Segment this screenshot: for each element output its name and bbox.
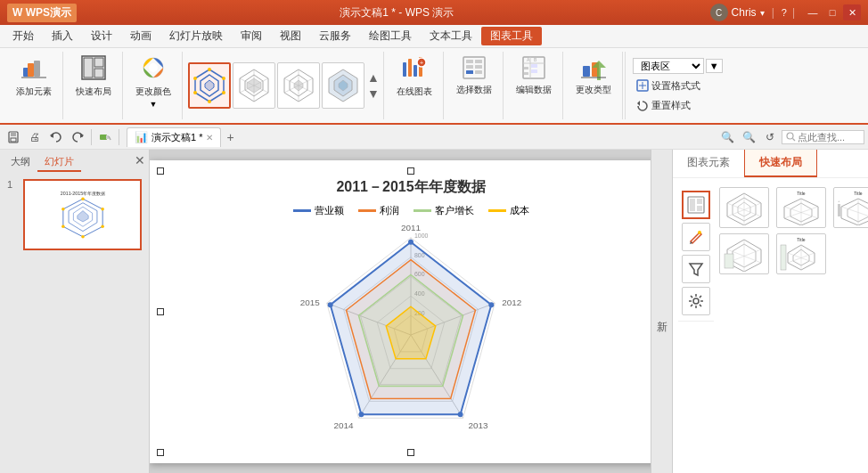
resize-handle-bm[interactable] [407,449,414,456]
user-dropdown-icon[interactable]: ▾ [760,8,765,18]
svg-line-73 [793,139,796,142]
doc-tab-1[interactable]: 📊 演示文稿1 * ✕ [127,127,221,147]
tab-add-btn[interactable]: + [221,130,239,144]
minimize-btn[interactable]: — [804,4,822,20]
add-element-icon [21,55,46,84]
search-input[interactable] [798,132,860,143]
chart-type-2[interactable] [233,62,275,109]
select-data-btn[interactable]: 选择数据 [453,53,495,98]
layout-item-2[interactable]: Title [776,187,826,228]
refresh-btn[interactable]: ↺ [760,127,780,147]
save-btn[interactable] [4,127,23,147]
doc-icon: 📊 [135,131,148,143]
slide-1-thumb[interactable]: 2011-2015年年度数据 [23,179,142,250]
svg-rect-36 [414,65,417,77]
layout-selector-icon[interactable] [682,191,710,219]
svg-marker-78 [77,211,87,222]
chart-type-3[interactable] [277,62,320,109]
redo-btn[interactable] [68,127,87,147]
svg-rect-46 [475,70,482,74]
maximize-btn[interactable]: □ [823,4,841,20]
set-format-btn[interactable]: 设置格式式 [633,78,742,94]
svg-point-15 [222,91,225,94]
resize-handle-tm[interactable] [407,167,414,175]
svg-text:2012: 2012 [502,298,522,307]
set-format-icon [636,79,649,92]
right-panel-tab-elements[interactable]: 图表元素 [673,150,744,177]
layout-item-3[interactable]: Title + [833,187,868,228]
avatar[interactable]: C [710,4,728,21]
menu-chart-tool[interactable]: 图表工具 [481,27,542,45]
layout-item-1[interactable] [719,187,769,228]
chart-area-expand[interactable]: ▼ [706,59,723,73]
svg-rect-45 [466,70,473,74]
svg-point-111 [458,412,463,417]
panel-close-btn[interactable]: ✕ [135,153,145,172]
zoom-in-btn[interactable]: 🔍 [739,127,758,147]
change-type-btn[interactable]: 更改类型 [572,53,615,98]
menu-text-tool[interactable]: 文本工具 [421,27,481,45]
chart-area-dropdown[interactable]: 图表区 [633,58,704,74]
layout-grid: Title Title + [717,185,868,276]
undo-btn[interactable] [46,127,66,147]
slide-1-num: 1 [7,179,20,250]
zoom-out-btn[interactable]: 🔍 [717,127,737,147]
menu-draw-tool[interactable]: 绘图工具 [360,27,421,45]
svg-text:2013: 2013 [469,420,489,430]
menu-design[interactable]: 设计 [82,27,121,45]
layout-item-4[interactable] [719,233,769,274]
quick-layout-btn[interactable]: 快速布局 [72,53,115,100]
menu-review[interactable]: 审阅 [232,27,271,45]
chart-type-selected[interactable] [188,62,231,109]
menu-slideshow[interactable]: 幻灯片放映 [160,27,232,45]
slide-canvas[interactable]: 2011－2015年年度数据 营业额 利润 客户增长 [150,160,672,463]
menu-cloud[interactable]: 云服务 [310,27,360,45]
svg-rect-56 [583,66,590,77]
legend-label-1: 营业额 [315,204,344,217]
filter-tool-btn[interactable] [682,255,710,283]
help-btn[interactable]: ? [782,7,787,18]
side-tools [678,185,714,322]
menu-start[interactable]: 开始 [4,27,43,45]
settings-tool-btn[interactable] [682,287,710,315]
online-chart-btn[interactable]: + 在线图表 [393,53,436,100]
ribbon-group-edit-data: A B 编辑数据 [505,52,563,119]
svg-rect-7 [94,69,103,77]
svg-point-112 [358,412,364,417]
print-btn[interactable]: 🖨 [25,127,45,147]
ribbon-group-online: + 在线图表 [386,52,444,119]
change-color-dropdown[interactable]: ▼ [150,100,158,109]
layout-item-5[interactable]: Title [776,233,826,274]
edit-data-btn[interactable]: A B 编辑数据 [512,53,555,98]
menu-insert[interactable]: 插入 [43,27,82,45]
legend-item-1: 营业额 [293,204,344,217]
menu-view[interactable]: 视图 [271,27,310,45]
svg-rect-6 [94,58,103,67]
resize-handle-tl[interactable] [157,167,164,175]
right-panel-tab-layout[interactable]: 快速布局 [744,150,817,177]
format-painter-btn[interactable] [95,127,115,147]
svg-point-109 [408,239,414,244]
pen-tool-btn[interactable] [682,223,710,251]
tab-close-btn[interactable]: ✕ [206,133,213,143]
close-btn[interactable]: ✕ [843,4,861,20]
panel-tab-slides[interactable]: 幻灯片 [37,153,81,172]
panel-tab-outline[interactable]: 大纲 [4,153,37,172]
svg-text:2014: 2014 [333,420,354,430]
ribbon-group-layout: 快速布局 [65,52,123,119]
change-color-btn[interactable]: 更改颜色 [132,53,175,100]
chart-legend: 营业额 利润 客户增长 成本 [293,204,529,217]
wps-logo[interactable]: W WPS演示 [7,4,77,22]
resize-handle-bl[interactable] [157,449,164,456]
new-slide-btn[interactable]: 新 [651,150,672,473]
reset-style-btn[interactable]: 重置样式 [633,98,742,113]
resize-handle-ml[interactable] [157,308,164,315]
svg-text:Title: Title [797,237,805,242]
svg-text:+: + [838,199,840,203]
svg-point-120 [693,298,699,304]
chart-type-4[interactable] [322,62,364,109]
toolbar: 🖨 📊 演示文稿1 * ✕ + 🔍 🔍 ↺ [0,125,868,150]
slide-1-thumbnail[interactable]: 1 2011-2015年年度数据 [4,175,145,254]
add-element-btn[interactable]: 添加元素 [12,53,55,100]
menu-animation[interactable]: 动画 [121,27,160,45]
